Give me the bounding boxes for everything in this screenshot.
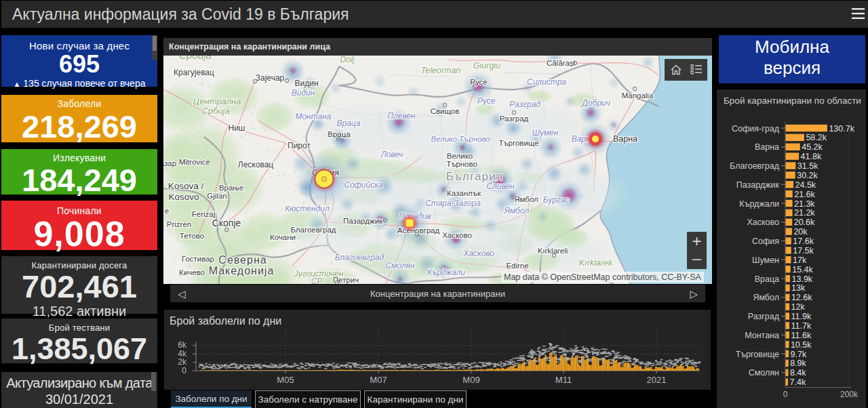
svg-text:Ямбол: Ямбол: [514, 195, 538, 203]
svg-text:Пирот: Пирот: [288, 141, 311, 150]
svg-text:Благоевград: Благоевград: [730, 161, 780, 171]
svg-text:Видин: Видин: [292, 88, 315, 98]
svg-text:8.4k: 8.4k: [790, 368, 806, 378]
svg-text:0: 0: [182, 366, 186, 375]
svg-text:Пазарджик: Пазарджик: [343, 217, 383, 225]
svg-text:Ниш: Ниш: [229, 123, 245, 133]
svg-text:9.7k: 9.7k: [791, 350, 807, 359]
svg-text:Русе: Русе: [470, 78, 487, 86]
svg-text:Ямбол: Ямбол: [753, 293, 779, 302]
svg-text:Prizren: Prizren: [167, 220, 191, 228]
svg-text:Враца: Враца: [755, 274, 779, 284]
svg-text:Mitrovicë: Mitrovicë: [179, 158, 210, 166]
svg-text:Стара Загора: Стара Загора: [425, 199, 481, 208]
svg-text:8.9k: 8.9k: [790, 359, 806, 368]
svg-text:7.4k: 7.4k: [790, 378, 806, 387]
svg-text:Србија: Србија: [201, 106, 229, 116]
svg-text:Хасково: Хасково: [747, 218, 779, 227]
svg-text:Пазарджик: Пазарджик: [736, 180, 780, 190]
svg-text:Кичево: Кичево: [179, 268, 205, 277]
svg-text:Тетово: Тетово: [180, 232, 204, 240]
svg-text:Kırklareli: Kırklareli: [538, 247, 568, 255]
svg-text:Добрич: Добрич: [580, 98, 610, 108]
svg-text:31.5k: 31.5k: [797, 161, 818, 171]
svg-text:Kırklareli: Kırklareli: [579, 258, 613, 268]
svg-text:11.7k: 11.7k: [791, 321, 812, 331]
svg-text:21.3k: 21.3k: [794, 199, 815, 209]
svg-text:Кърджали: Кърджали: [739, 199, 779, 209]
svg-text:2k: 2k: [178, 357, 187, 367]
svg-text:Софийска: Софийска: [344, 180, 382, 190]
svg-text:Кюстендил: Кюстендил: [285, 204, 330, 213]
svg-text:Казанлък: Казанлък: [447, 189, 481, 197]
svg-text:Велико Търново: Велико Търново: [431, 135, 490, 143]
svg-text:M07: M07: [370, 375, 387, 385]
svg-text:Варна: Варна: [755, 142, 779, 152]
svg-text:Разград: Разград: [500, 115, 529, 123]
svg-text:2021: 2021: [647, 375, 667, 385]
svg-text:Крагујевац: Крагујевац: [174, 68, 214, 77]
svg-text:Ferizaj: Ferizaj: [192, 210, 216, 218]
svg-text:Видин: Видин: [294, 79, 318, 88]
svg-text:Силистра: Силистра: [527, 77, 566, 87]
svg-text:Србија: Србија: [179, 56, 212, 61]
svg-text:M09: M09: [462, 375, 479, 385]
svg-text:24.5k: 24.5k: [795, 180, 816, 190]
svg-text:Северна: Северна: [218, 254, 267, 266]
svg-text:Гостивар: Гостивар: [182, 255, 214, 263]
svg-text:4k: 4k: [178, 349, 187, 359]
svg-text:58.2k: 58.2k: [806, 133, 827, 142]
svg-text:21.6k: 21.6k: [794, 190, 815, 199]
svg-text:Бургас: Бургас: [543, 195, 570, 205]
svg-text:Mangalia: Mangalia: [622, 91, 654, 100]
svg-text:20.6k: 20.6k: [794, 218, 815, 227]
svg-text:Търговище: Търговище: [736, 350, 779, 359]
svg-text:Велико: Велико: [447, 152, 473, 160]
svg-text:20k: 20k: [793, 227, 808, 237]
svg-text:11.9k: 11.9k: [791, 312, 812, 321]
svg-text:азар: азар: [163, 159, 176, 167]
svg-text:M05: M05: [277, 375, 294, 385]
svg-text:България: България: [446, 170, 504, 183]
svg-text:17k: 17k: [793, 256, 807, 265]
svg-text:30.2k: 30.2k: [797, 171, 818, 180]
svg-text:Gjilan: Gjilan: [207, 192, 226, 200]
svg-text:Централна: Централна: [193, 96, 241, 106]
svg-text:17.6k: 17.6k: [793, 237, 814, 246]
svg-text:Ловеч: Ловеч: [380, 150, 403, 159]
svg-text:Хасково: Хасково: [462, 249, 494, 258]
svg-text:Зајечар: Зајечар: [256, 73, 285, 83]
svg-text:Dolj: Dolj: [340, 56, 355, 64]
svg-text:Разград: Разград: [748, 312, 780, 321]
svg-text:6k: 6k: [178, 340, 187, 350]
svg-text:17.5k: 17.5k: [793, 246, 814, 256]
svg-text:Кърджали: Кърджали: [427, 268, 465, 277]
svg-text:12k: 12k: [791, 302, 806, 312]
svg-text:Търговище: Търговище: [498, 139, 538, 147]
svg-text:Шумен: Шумен: [532, 128, 559, 138]
svg-text:15.4k: 15.4k: [792, 265, 813, 274]
svg-text:Свищов: Свищов: [431, 107, 460, 115]
svg-text:10.5k: 10.5k: [791, 340, 812, 350]
svg-text:Teleorman: Teleorman: [421, 66, 461, 75]
svg-text:Шумен: Шумен: [752, 256, 779, 265]
svg-text:Смолян: Смолян: [749, 368, 779, 378]
svg-text:Русе: Русе: [477, 96, 496, 106]
svg-text:21.2k: 21.2k: [794, 208, 815, 218]
svg-text:е: е: [165, 207, 169, 215]
svg-text:Kosovo: Kosovo: [168, 192, 199, 202]
svg-text:Лесковац: Лесковац: [238, 160, 274, 169]
svg-text:13k: 13k: [791, 283, 806, 293]
svg-text:130.7k: 130.7k: [829, 124, 854, 134]
svg-text:Kosova /: Kosova /: [168, 181, 204, 191]
svg-text:12.6k: 12.6k: [791, 293, 812, 302]
svg-text:M11: M11: [555, 375, 572, 385]
svg-text:София-град: София-град: [732, 124, 780, 134]
svg-text:Сливен: Сливен: [486, 182, 515, 191]
svg-text:Македонија: Македонија: [209, 265, 275, 277]
svg-text:София: София: [752, 237, 779, 246]
svg-text:Скопје: Скопје: [212, 218, 241, 228]
svg-text:Търново: Търново: [446, 160, 477, 168]
svg-text:41.8k: 41.8k: [801, 152, 822, 161]
svg-text:Giurgiu: Giurgiu: [473, 61, 500, 70]
